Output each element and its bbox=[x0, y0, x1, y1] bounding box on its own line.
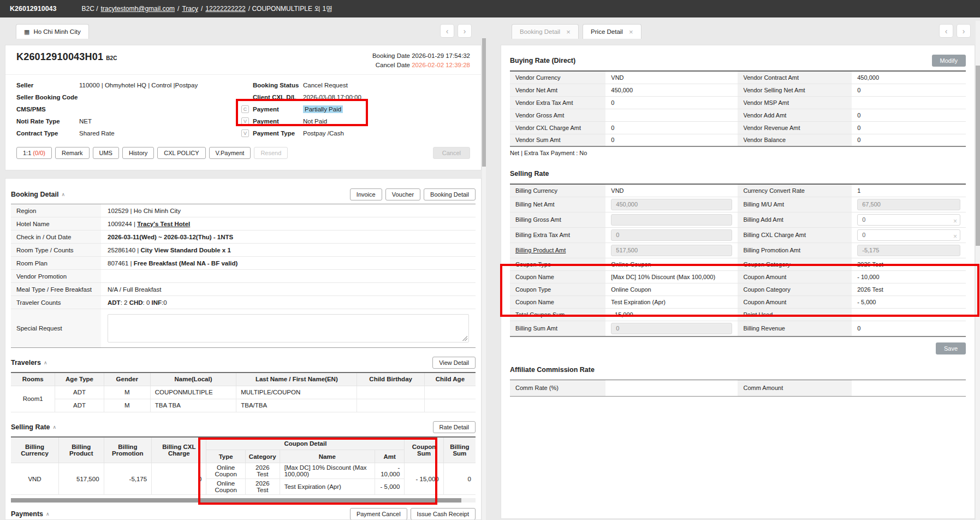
client-cxl-deadline-value: 2026-03-08 17:00:00 bbox=[303, 94, 361, 101]
cancel-button[interactable]: Cancel bbox=[433, 147, 470, 159]
hotel-name-link[interactable]: Tracy's Test Hotel bbox=[137, 221, 190, 227]
resize-grip-icon[interactable] bbox=[462, 336, 467, 341]
room-plan-code: 807461 | bbox=[108, 260, 134, 267]
modify-button[interactable]: Modify bbox=[932, 55, 966, 67]
close-icon[interactable]: × bbox=[629, 28, 633, 36]
payment-type-value: Postpay /Cash bbox=[303, 130, 344, 137]
table-row: Coupon Name[Max DC] 10% Discount (Max 10… bbox=[510, 270, 966, 283]
collapse-caret-icon[interactable]: ∧ bbox=[44, 360, 47, 365]
selling-rate-detail-table: Billing CurrencyVNDCurrency Convert Rate… bbox=[510, 184, 966, 337]
close-icon[interactable]: × bbox=[566, 28, 571, 36]
voucher-button[interactable]: Voucher bbox=[385, 188, 420, 200]
rate-detail-button[interactable]: Rate Detail bbox=[433, 421, 476, 433]
billing-revenue-label: Billing Revenue bbox=[738, 321, 852, 336]
table-row: VND 517,500 -5,175 0 Online Coupon 2026 … bbox=[11, 463, 476, 479]
payment-v-value: Not Paid bbox=[303, 118, 327, 125]
billing-cxl-charge-cell: 0 bbox=[152, 463, 206, 495]
v-payment-button[interactable]: V.Payment bbox=[209, 147, 251, 159]
cell: M bbox=[104, 399, 150, 412]
one-to-one-label: 1:1 bbox=[23, 150, 33, 156]
scrollbar-thumb[interactable] bbox=[482, 38, 486, 167]
billing-product-amt-input bbox=[611, 245, 732, 256]
col-child-age: Child Age bbox=[424, 373, 476, 386]
coupon-name-value: Test Expiration (Apr) bbox=[605, 296, 738, 308]
billing-promotion-amt-label: Billing Promotion Amt bbox=[738, 243, 852, 258]
right-panel: Booking Detail × Price Detail × ‹ › Buyi… bbox=[501, 21, 975, 519]
collapse-caret-icon[interactable]: ∧ bbox=[53, 424, 57, 430]
coupon-amount-value: - 10,000 bbox=[852, 270, 966, 283]
left-panel-vertical-scrollbar[interactable] bbox=[482, 38, 486, 520]
coupon-category-value: 2026 Test bbox=[852, 283, 966, 296]
vendor-cxl-charge-amt-label: Vendor CXL Charge Amt bbox=[510, 121, 605, 134]
booking-detail-button[interactable]: Booking Detail bbox=[424, 188, 476, 200]
table-row: Room1 ADT M COUPONMULTIPLE MULTIPLE/COUP… bbox=[11, 386, 476, 399]
tab-scroll-left-button[interactable]: ‹ bbox=[939, 24, 953, 38]
billing-add-amt-input[interactable] bbox=[857, 214, 960, 226]
coupon-amount-value: - 5,000 bbox=[852, 296, 966, 308]
resend-button[interactable]: Resend bbox=[254, 147, 288, 159]
room-type-label: Room Type / Counts bbox=[11, 244, 101, 257]
clear-input-icon[interactable]: × bbox=[953, 233, 957, 240]
history-button[interactable]: History bbox=[122, 147, 154, 159]
coupon-amount-label: Coupon Amount bbox=[738, 270, 852, 283]
vendor-msp-amt-value bbox=[852, 96, 966, 109]
separator: / bbox=[177, 5, 179, 13]
view-detail-button[interactable]: View Detail bbox=[432, 357, 476, 369]
collapse-caret-icon[interactable]: ∧ bbox=[46, 511, 50, 517]
vendor-promotion-value bbox=[101, 270, 476, 283]
cell bbox=[424, 386, 476, 399]
tab-booking-detail[interactable]: Booking Detail × bbox=[512, 24, 579, 39]
vendor-gross-amt-label: Vendor Gross Amt bbox=[510, 109, 605, 121]
seller-label: Seller bbox=[16, 82, 79, 88]
col-coupon-detail: Coupon Detail bbox=[206, 437, 405, 450]
horizontal-scrollbar[interactable] bbox=[11, 498, 476, 503]
tab-scroll-right-button[interactable]: › bbox=[957, 24, 971, 38]
billing-sum-amt-input bbox=[611, 323, 732, 334]
tab-scroll-right-button[interactable]: › bbox=[458, 24, 472, 38]
cancel-date-label: Cancel Date bbox=[376, 62, 410, 68]
save-button[interactable]: Save bbox=[936, 342, 966, 354]
col-rooms: Rooms bbox=[11, 373, 55, 386]
email-link[interactable]: tracytestomh@gmail.com bbox=[101, 5, 175, 13]
special-request-textarea[interactable] bbox=[108, 314, 469, 342]
booking-detail-section-title: Booking Detail bbox=[11, 191, 59, 198]
c-badge: C bbox=[241, 105, 249, 113]
cell: M bbox=[104, 386, 150, 399]
tab-price-detail[interactable]: Price Detail × bbox=[583, 24, 641, 39]
tab-ho-chi-minh-city[interactable]: ▦ Ho Chi Minh City bbox=[16, 24, 89, 39]
invoice-button[interactable]: Invoice bbox=[350, 188, 382, 200]
tab-scroll-left-button[interactable]: ‹ bbox=[440, 24, 454, 38]
tab-label: Booking Detail bbox=[520, 28, 560, 35]
cxl-policy-button[interactable]: CXL POLICY bbox=[157, 147, 205, 159]
billing-gross-amt-input bbox=[611, 214, 732, 226]
user-link[interactable]: Tracy bbox=[182, 5, 198, 13]
selling-rate-section-title: Selling Rate bbox=[11, 423, 50, 431]
vendor-currency-value: VND bbox=[605, 71, 738, 84]
scrollbar-thumb[interactable] bbox=[976, 66, 980, 246]
right-viewport-vertical-scrollbar[interactable] bbox=[976, 21, 980, 520]
vendor-balance-label: Vendor Balance bbox=[738, 134, 852, 146]
vendor-balance-value: 0 bbox=[852, 134, 966, 146]
cms-pms-label: CMS/PMS bbox=[16, 106, 79, 113]
vendor-net-amt-label: Vendor Net Amt bbox=[510, 84, 605, 96]
ums-button[interactable]: UMS bbox=[93, 147, 119, 159]
phone-link[interactable]: 12222222222 bbox=[205, 5, 245, 13]
comm-rate-value bbox=[605, 380, 738, 396]
remark-button[interactable]: Remark bbox=[55, 147, 90, 159]
clear-input-icon[interactable]: × bbox=[953, 218, 957, 224]
billing-product-amt-label[interactable]: Billing Product Amt bbox=[510, 243, 605, 258]
check-in-out-value: 2026-03-11(Wed) ~ 2026-03-12(Thu) - 1NTS bbox=[101, 231, 476, 244]
issue-cash-receipt-button[interactable]: Issue Cash Receipt bbox=[411, 508, 476, 520]
scrollbar-thumb[interactable] bbox=[11, 498, 461, 503]
col-gender: Gender bbox=[104, 373, 150, 386]
seller-value: 110000 | Ohmyhotel HQ | Control |Postpay bbox=[79, 82, 198, 88]
billing-cxl-charge-amt-input[interactable] bbox=[857, 229, 960, 241]
table-row: ADT M TBA TBA TBA/TBA bbox=[11, 399, 476, 412]
payment-cancel-button[interactable]: Payment Cancel bbox=[350, 508, 407, 520]
one-to-one-button[interactable]: 1:1 (0/0) bbox=[16, 147, 52, 159]
collapse-caret-icon[interactable]: ∧ bbox=[62, 192, 66, 197]
billing-extra-tax-amt-input bbox=[611, 229, 732, 241]
coupon-type-value: Online Coupon bbox=[605, 258, 738, 270]
vendor-msp-amt-label: Vendor MSP Amt bbox=[738, 96, 852, 109]
billing-mu-amt-input bbox=[857, 199, 960, 210]
